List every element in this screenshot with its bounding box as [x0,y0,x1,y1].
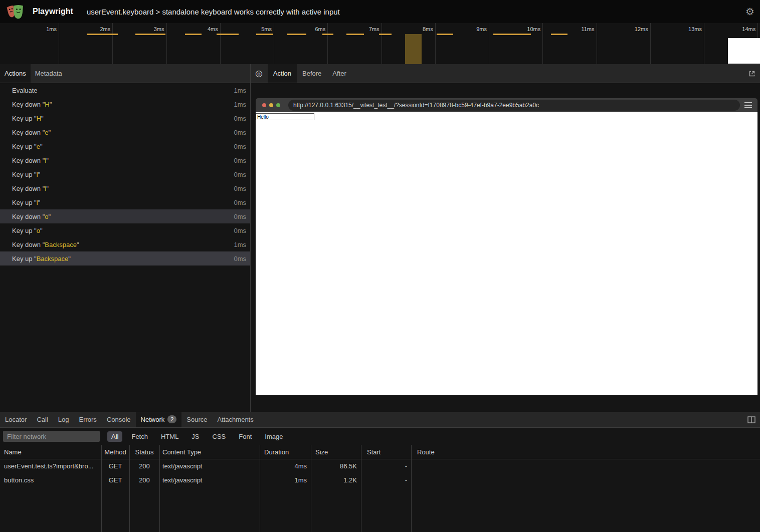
snapshot-browser-window: http://127.0.0.1:63315/__vitest_test__/?… [256,98,757,395]
timeline-time-label: 12ms [635,26,648,32]
tab-call[interactable]: Call [32,412,53,427]
gear-icon[interactable]: ⚙ [745,7,754,17]
action-key-value: H [45,101,49,108]
timeline-action-tick [185,34,202,35]
network-cell-name: button.css [0,473,101,487]
timeline-time-label: 1ms [46,26,57,32]
timeline-time-label: 4ms [208,26,218,32]
network-type-filters: AllFetchHTMLJSCSSFontImage [107,431,287,442]
action-label: Key down " [12,185,45,192]
actions-tabstrip: ActionsMetadata [0,64,250,83]
snapshot-url-bar: http://127.0.0.1:63315/__vitest_test__/?… [288,100,740,111]
action-list-item[interactable]: Key down "o"0ms [0,209,250,223]
action-list-item[interactable]: Key up "e"0ms [0,139,250,153]
network-column-header[interactable]: Size [311,445,361,459]
tab-console[interactable]: Console [102,412,136,427]
action-label-quote: " [38,171,41,178]
network-filter-row: AllFetchHTMLJSCSSFontImage [0,428,760,445]
filter-chip-image[interactable]: Image [261,431,287,442]
timeline-gridline [59,23,59,64]
action-label: Key up " [12,255,37,262]
action-list-item[interactable]: Key up "o"0ms [0,223,250,237]
timeline-action-tick [493,34,531,35]
tab-metadata[interactable]: Metadata [31,64,67,83]
tab-actions[interactable]: Actions [0,64,31,83]
network-column-header[interactable]: Method [101,445,129,459]
tab-after[interactable]: After [327,64,351,83]
target-icon[interactable]: ◎ [255,69,263,78]
action-label-quote: " [40,227,43,234]
action-list-item[interactable]: Evaluate1ms [0,83,250,97]
timeline-scrubber[interactable]: 1ms2ms3ms4ms5ms6ms7ms8ms9ms10ms11ms12ms1… [0,23,760,64]
network-request-row[interactable]: userEvent.test.ts?import&bro...GET200tex… [0,459,760,473]
tab-attachments[interactable]: Attachments [212,412,258,427]
network-column-header[interactable]: Start [361,445,411,459]
filter-chip-css[interactable]: CSS [209,431,230,442]
action-duration: 0ms [234,185,246,192]
action-label-quote: " [38,199,41,206]
network-column-header[interactable]: Duration [260,445,311,459]
action-key-value: o [45,213,48,220]
network-cell-size: 1.2K [311,473,361,487]
tab-errors[interactable]: Errors [74,412,101,427]
action-list-item[interactable]: Key down "l"0ms [0,153,250,167]
action-duration: 1ms [234,87,246,94]
action-label-quote: " [46,157,49,164]
timeline-action-tick [135,34,165,35]
action-label-quote: " [49,129,51,136]
action-list-item[interactable]: Key down "H"1ms [0,97,250,111]
timeline-time-label: 2ms [100,26,110,32]
action-duration: 0ms [234,129,246,136]
action-list-item[interactable]: Key down "e"0ms [0,125,250,139]
timeline-gridline [327,23,328,64]
network-cell-status: 200 [129,473,159,487]
action-list-item[interactable]: Key up "l"0ms [0,167,250,181]
timeline-action-tick [217,34,239,35]
action-duration: 0ms [234,171,246,178]
snapshot-tabstrip: ◎ ActionBeforeAfter [251,64,760,83]
action-list-item[interactable]: Key up "H"0ms [0,111,250,125]
network-cell-route [411,459,760,473]
action-list-item[interactable]: Key up "Backspace"0ms [0,251,250,265]
network-cell-method: GET [101,473,129,487]
network-column-header[interactable]: Content Type [159,445,260,459]
filter-chip-js[interactable]: JS [187,431,203,442]
tab-log[interactable]: Log [53,412,74,427]
timeline-time-label: 8ms [423,26,433,32]
tab-locator[interactable]: Locator [0,412,32,427]
network-column-header[interactable]: Name [0,445,101,459]
network-cell-duration: 1ms [260,473,311,487]
snapshot-page [256,112,757,395]
action-label-quote: " [41,115,44,122]
tab-action[interactable]: Action [268,64,297,83]
tab-network[interactable]: Network2 [136,412,182,427]
network-column-separator [159,445,160,532]
network-request-row[interactable]: button.cssGET200text/javascript1ms1.2K- [0,473,760,487]
action-label: Key down " [12,157,45,164]
filter-chip-font[interactable]: Font [235,431,256,442]
network-cell-start: - [361,459,411,473]
network-filter-input[interactable] [3,431,100,442]
action-list-item[interactable]: Key down "Backspace"1ms [0,237,250,251]
network-cell-method: GET [101,459,129,473]
tab-before[interactable]: Before [297,64,327,83]
split-columns-icon[interactable] [747,416,755,423]
timeline-selected-range [405,34,422,64]
snapshot-text-input[interactable] [256,113,314,120]
filter-chip-html[interactable]: HTML [157,431,182,442]
network-column-header[interactable]: Status [129,445,159,459]
tab-source[interactable]: Source [181,412,212,427]
snapshot-tabs: ActionBeforeAfter [268,64,352,83]
green-dot-icon [276,103,280,107]
action-list-item[interactable]: Key up "l"0ms [0,195,250,209]
bottom-tabs: LocatorCallLogErrorsConsoleNetwork2Sourc… [0,412,259,427]
filter-chip-fetch[interactable]: Fetch [127,431,152,442]
network-column-header[interactable]: Route [411,445,760,459]
network-column-separator [311,445,311,532]
filter-chip-all[interactable]: All [107,431,122,442]
action-label: Evaluate [12,87,38,94]
action-list-item[interactable]: Key down "l"0ms [0,181,250,195]
network-cell-content_type: text/javascript [159,473,260,487]
external-link-icon[interactable] [748,70,755,77]
network-cell-content_type: text/javascript [159,459,260,473]
